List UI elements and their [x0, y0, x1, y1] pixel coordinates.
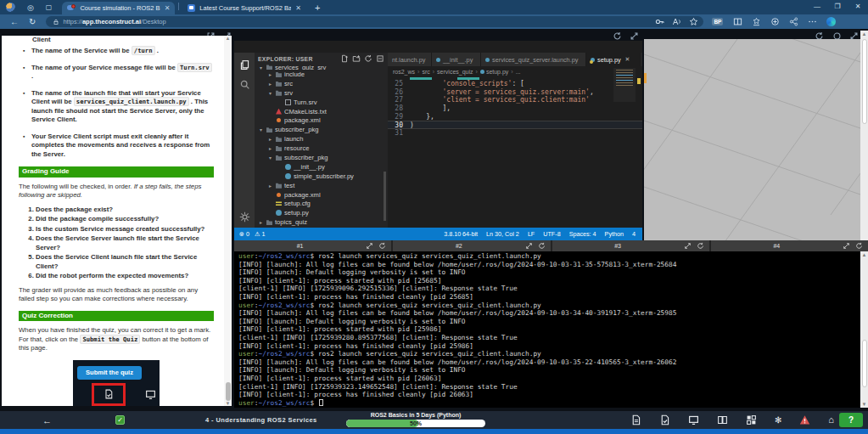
doc-scrollbar[interactable]: ▲ ▼: [224, 36, 232, 406]
breadcrumb-item[interactable]: setup.py: [486, 69, 508, 75]
breadcrumb-item[interactable]: ros2_ws: [393, 69, 415, 75]
tree-item--init-py[interactable]: __init__.py: [255, 162, 388, 172]
terminal-refresh-icon[interactable]: [697, 242, 704, 250]
terminal-expand-icon[interactable]: [684, 242, 692, 250]
editor-tab-setup-py[interactable]: setup.py✕: [586, 53, 641, 66]
split-screen-icon[interactable]: [733, 17, 742, 26]
tree-item-include[interactable]: ▸include: [255, 70, 388, 79]
home-icon[interactable]: ⌂: [828, 414, 834, 426]
browser-tab[interactable]: Latest Course Support/ROS2 Bas✕: [182, 2, 306, 14]
new-file-icon[interactable]: [340, 54, 349, 63]
terminal-refresh-icon[interactable]: [855, 242, 863, 250]
tree-item-cmakelists-txt[interactable]: CMakeLists.txt: [255, 107, 388, 116]
help-button[interactable]: ?: [839, 413, 863, 427]
terminal-expand-icon[interactable]: [525, 242, 533, 250]
terminal-tab-3[interactable]: #3: [552, 240, 709, 251]
terminal-refresh-icon[interactable]: [538, 242, 546, 250]
page-scrollbar-top[interactable]: ▲: [860, 31, 868, 240]
tree-item-package-xml[interactable]: package.xml: [255, 116, 388, 125]
desktop-icon[interactable]: [688, 414, 699, 426]
simulation-viewport[interactable]: [644, 39, 860, 240]
status-item[interactable]: Ln 30, Col 2: [486, 230, 519, 238]
share-icon[interactable]: [789, 17, 798, 26]
status-item[interactable]: 3.8.10 64-bit: [444, 230, 478, 238]
ide-expand-icon[interactable]: [630, 31, 639, 41]
tree-item-subscriber-pkg[interactable]: ▾subscriber_pkg: [255, 153, 388, 162]
doc-scroll-thumb[interactable]: [226, 382, 231, 401]
explorer-scroll-thumb[interactable]: [384, 172, 386, 221]
code-line[interactable]: 29 },: [388, 113, 642, 121]
status-item[interactable]: 4: [632, 230, 636, 238]
terminal-tab-2[interactable]: #2: [393, 240, 550, 251]
tree-item-resource[interactable]: ▸resource: [255, 144, 388, 153]
address-bar[interactable]: https://app.theconstruct.ai/Desktop: [46, 16, 703, 27]
tree-item-topics-quiz[interactable]: ▸topics_quiz: [255, 217, 388, 227]
password-key-icon[interactable]: [655, 17, 664, 26]
refresh-explorer-icon[interactable]: [364, 54, 372, 63]
minimap[interactable]: [613, 68, 636, 102]
explorer-icon[interactable]: [239, 59, 250, 70]
reload-icon[interactable]: ↻: [29, 17, 36, 26]
terminal-refresh-icon[interactable]: [378, 242, 386, 250]
tree-item-subscriber-pkg[interactable]: ▾subscriber_pkg: [255, 125, 388, 134]
code-line[interactable]: 26 'server = services_quiz.server:main',: [388, 88, 642, 97]
new-tab-button[interactable]: +: [315, 3, 320, 13]
terminal-expand-icon[interactable]: [366, 242, 373, 250]
book-icon[interactable]: [717, 414, 728, 426]
read-aloud-icon[interactable]: [672, 17, 681, 26]
breadcrumb-item[interactable]: services_quiz: [437, 69, 473, 75]
back-icon[interactable]: ←: [10, 17, 19, 26]
code-line[interactable]: 30): [388, 121, 642, 129]
favorite-star-icon[interactable]: [689, 17, 698, 26]
tree-item-test[interactable]: ▸test: [255, 181, 388, 190]
course-notes-panel[interactable]: Client The name of the Service will be /…: [2, 36, 224, 406]
editor-tab-nt-launch-py[interactable]: nt.launch.py: [388, 53, 432, 66]
warning-icon[interactable]: [799, 414, 810, 426]
grade-quiz-icon[interactable]: [659, 414, 670, 426]
terminal[interactable]: user:~/ros2_ws/src$ ros2 launch services…: [234, 251, 860, 408]
tab-close-icon[interactable]: ✕: [165, 4, 171, 12]
terminal-expand-icon[interactable]: [843, 242, 850, 250]
tree-item-setup-py[interactable]: setup.py: [255, 208, 388, 217]
browser-tab[interactable]: Course simulation - ROS2 B✕: [62, 2, 175, 14]
terminal-tab-1[interactable]: #1: [234, 240, 391, 251]
status-item[interactable]: Spaces: 4: [569, 230, 596, 238]
scroll-down-icon[interactable]: ▼: [224, 401, 232, 406]
tab-actions-icon[interactable]: ▢: [46, 3, 53, 11]
ide-refresh-icon[interactable]: [613, 31, 622, 41]
editor-tab-services-quiz-server-launch-py[interactable]: services_quiz_server.launch.py: [481, 53, 586, 66]
collections-icon[interactable]: [770, 17, 780, 26]
status-item[interactable]: Python: [605, 230, 624, 238]
tree-item-launch[interactable]: ▸launch: [255, 134, 388, 144]
editor-tab--init-py[interactable]: __init__.py: [432, 53, 481, 66]
apps-grid-icon[interactable]: [746, 414, 757, 426]
breadcrumb-item[interactable]: ...: [516, 69, 521, 75]
errors-indicator[interactable]: ⊗ 0: [239, 230, 249, 238]
close-button[interactable]: ✕: [848, 0, 868, 14]
tree-item-srv[interactable]: ▾srv: [255, 88, 388, 98]
gear-icon[interactable]: [239, 211, 250, 223]
bp-extension-badge[interactable]: BP: [712, 18, 723, 25]
code-line[interactable]: 25 'console_scripts': [: [388, 80, 642, 88]
tree-item-simple-subscriber-py[interactable]: simple_subscriber.py: [255, 172, 388, 181]
tree-item-setup-cfg[interactable]: setup.cfg: [255, 199, 388, 208]
favorites-icon[interactable]: [752, 17, 761, 26]
maximize-button[interactable]: ❐: [827, 0, 848, 14]
lesson-complete-checkbox[interactable]: ✓: [115, 415, 125, 425]
status-item[interactable]: UTF-8: [543, 230, 560, 238]
terminal-tab-4[interactable]: #4: [711, 240, 868, 251]
tab-close-icon[interactable]: ✕: [625, 56, 630, 63]
tree-item-package-xml[interactable]: package.xml: [255, 190, 388, 200]
tree-item-src[interactable]: ▸src: [255, 79, 388, 88]
prev-lesson-icon[interactable]: ←: [42, 415, 52, 426]
minimize-button[interactable]: —: [807, 0, 827, 14]
ai-assistant-icon[interactable]: ✻: [775, 414, 781, 426]
terminal-scrollbar[interactable]: ▲ ▼: [860, 251, 868, 408]
code-line[interactable]: 31: [388, 129, 642, 138]
code-line[interactable]: 27 'client = services_quiz.client:main': [388, 96, 642, 104]
notebook-icon[interactable]: [630, 414, 641, 426]
workspaces-icon[interactable]: ◎: [27, 3, 34, 12]
scroll-up-icon[interactable]: ▲: [224, 36, 232, 41]
warnings-indicator[interactable]: ⚠ 1: [255, 230, 265, 238]
code-line[interactable]: 28 ],: [388, 104, 642, 113]
